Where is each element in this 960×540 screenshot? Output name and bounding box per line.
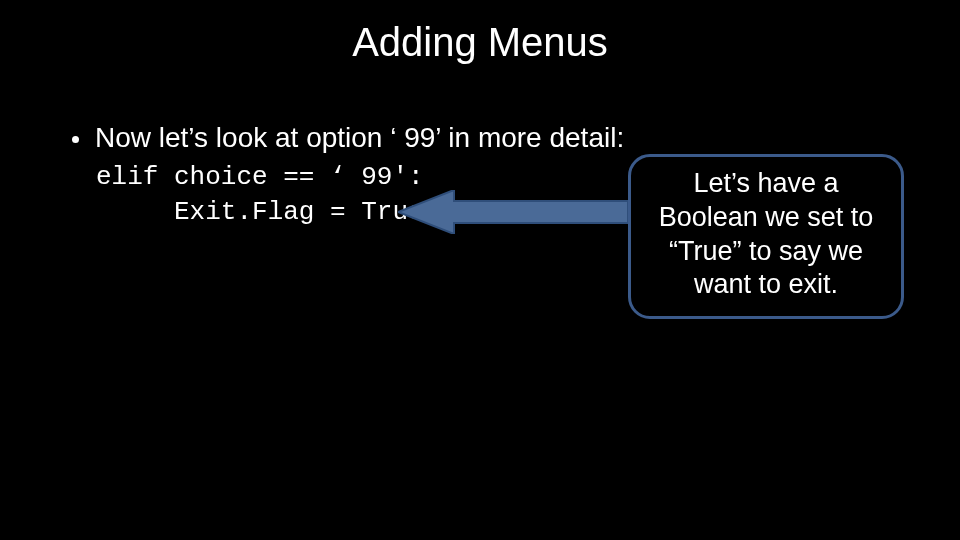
arrow-left-icon <box>398 190 628 234</box>
slide: Adding Menus Now let’s look at option ‘ … <box>0 0 960 540</box>
bullet-dot-icon <box>72 136 79 143</box>
bullet-text: Now let’s look at option ‘ 99’ in more d… <box>95 122 624 154</box>
callout-text: Let’s have a Boolean we set to “True” to… <box>659 168 874 299</box>
code-block: elif choice == ‘ 99': Exit.Flag = True <box>96 160 424 230</box>
bullet-item: Now let’s look at option ‘ 99’ in more d… <box>72 122 624 154</box>
code-line-1: elif choice == ‘ 99': <box>96 162 424 192</box>
callout-box: Let’s have a Boolean we set to “True” to… <box>628 154 904 319</box>
arrow-shape <box>398 190 628 234</box>
slide-title: Adding Menus <box>0 20 960 65</box>
code-line-2: Exit.Flag = True <box>96 197 424 227</box>
